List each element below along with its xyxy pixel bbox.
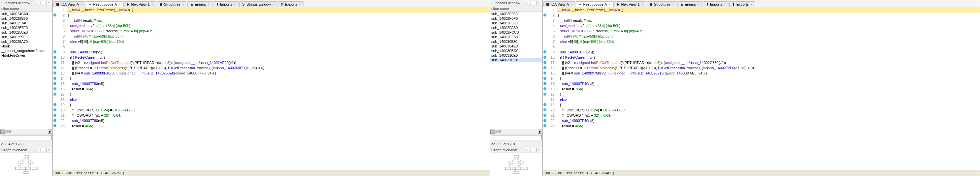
gutter[interactable]: 3 [53,18,67,23]
breakpoint-icon[interactable] [54,56,56,59]
gutter[interactable]: 1 [53,7,67,13]
breakpoint-icon[interactable] [544,119,546,122]
close-icon[interactable]: × [46,148,51,152]
scroll-right-arrow-icon[interactable]: ▶ [48,130,52,134]
code-text[interactable]: __int64 __fastcall PreCreate(__int64 a1) [67,7,490,13]
code-text[interactable]: __int64 result; // rax [67,18,490,23]
code-line[interactable]: 1__int64 __fastcall PreCreate(__int64 a1… [53,7,490,13]
tab-close-icon[interactable]: × [272,3,275,6]
gutter[interactable]: 14 [543,76,557,81]
function-list[interactable]: ction name sub_14002F060sub_14002F0F0sub… [490,6,542,129]
code-text[interactable]: { [557,102,980,108]
code-line[interactable]: 9 sub_140007730(v5); [53,49,490,55]
code-line[interactable]: 4 unsigned int v2; // [rsp+38h] [rbp-50h… [543,23,980,29]
tab-close-icon[interactable]: × [151,3,154,6]
graph-canvas[interactable] [490,153,542,176]
tab-imports[interactable]: ⬇Imports× [703,1,729,7]
code-text[interactable]: *(_DWORD *)(a1 + 24) = -1073741790; [67,108,490,113]
gutter[interactable]: 20 [53,108,67,113]
gutter[interactable]: 11 [543,60,557,65]
gutter[interactable]: 22 [53,118,67,123]
breakpoint-icon[interactable] [54,87,56,90]
breakpoint-icon[interactable] [544,51,546,53]
breakpoint-icon[interactable] [54,124,56,127]
gutter[interactable]: 6 [53,33,67,39]
code-line[interactable]: 19 { [543,102,980,108]
function-row[interactable]: sub_140025740 [0,21,52,25]
breakpoint-icon[interactable] [54,66,56,69]
function-row[interactable]: sub_1400257E0 [0,25,52,30]
code-text[interactable]: unsigned int v2; // [rsp+38h] [rbp-50h] [67,23,490,29]
gutter[interactable]: 10 [543,55,557,60]
tab-imports[interactable]: ⬇Imports× [213,1,239,7]
hscrollbar[interactable]: ◀ ▶ [0,129,52,134]
gutter[interactable]: 9 [53,49,67,55]
gutter[interactable]: 3 [543,18,557,23]
scroll-thumb[interactable] [491,130,501,133]
tab-close-icon[interactable]: × [723,3,727,6]
function-list-header[interactable]: ction name [0,6,52,11]
code-text[interactable]: sub_140007730(v5); [67,49,490,55]
code-line[interactable]: 12 || (Process = IoThreadToProcess(*(PET… [53,65,490,71]
function-row[interactable]: sub_140030BD0 [490,48,542,53]
code-line[interactable]: 1__int64 __fastcall PreCreate(__int64 a1… [543,7,980,13]
gutter[interactable]: 8 [53,44,67,49]
code-text[interactable]: { [67,76,490,81]
breakpoint-icon[interactable] [544,61,546,64]
code-line[interactable]: 10 if ( KeGetCurrentIrql() [543,55,980,60]
function-row[interactable]: sub_14002FCC0 [490,30,542,35]
breakpoint-icon[interactable] [54,93,56,95]
gutter[interactable]: 19 [53,102,67,108]
code-text[interactable]: __int64 __fastcall PreCreate(__int64 a1) [557,7,980,13]
code-line[interactable]: 14 { [543,76,980,81]
code-text[interactable]: { [557,13,980,18]
code-text[interactable]: sub_140007EF0(v5); [557,49,980,55]
function-row[interactable]: HookFileDriver [0,53,52,58]
code-line[interactable]: 5 struct _KPROCESS *Process; // [rsp+40h… [53,29,490,33]
tab-close-icon[interactable]: × [750,3,753,6]
code-line[interactable]: 12 || (Process = IoThreadToProcess(*(PET… [543,65,980,71]
code-line[interactable]: 13 || (v4 = sub_140008F10(v5), !(unsigne… [53,71,490,76]
code-text[interactable]: sub_140007780(v5); [67,81,490,86]
gutter[interactable]: 7 [53,39,67,44]
close-icon[interactable]: × [46,1,51,5]
tab-close-icon[interactable]: × [118,3,121,6]
functions-titlebar[interactable]: Functions window ◻ – × [0,0,52,6]
code-line[interactable]: 2{ [543,13,980,18]
tab-close-icon[interactable]: × [80,3,83,6]
code-text[interactable] [67,44,490,49]
breakpoint-icon[interactable] [544,93,546,95]
scroll-thumb[interactable] [1,130,11,133]
gutter[interactable]: 10 [53,55,67,60]
breakpoint-icon[interactable] [544,103,546,106]
code-line[interactable]: 2{ [53,13,490,18]
function-row[interactable]: sub_1400259F0 [0,35,52,39]
code-text[interactable]: || (Process = IoThreadToProcess(*(PETHRE… [67,65,490,71]
code-text[interactable]: result = 1i64; [557,86,980,92]
gutter[interactable]: 4 [53,23,67,29]
minimize-icon[interactable]: – [531,148,535,152]
minimize-icon[interactable]: – [531,1,535,5]
tab-strip[interactable]: ▦IDA View-A×≡Pseudocode-A×HHex View-1×⊞S… [543,0,980,7]
code-text[interactable]: else [67,97,490,102]
code-text[interactable]: || (v4 = sub_140008F10(v5), !(unsigned _… [67,71,490,76]
gutter[interactable]: 9 [543,49,557,55]
gutter[interactable]: 18 [53,97,67,102]
function-row[interactable]: sub_140031EE0 [490,58,542,62]
breakpoint-icon[interactable] [54,77,56,80]
gutter[interactable]: 15 [543,81,557,86]
code-text[interactable]: char v5[48]; // [rsp+58h] [rbp-30h] [557,39,980,44]
code-line[interactable]: 10 if ( KeGetCurrentIrql() [53,55,490,60]
undock-icon[interactable]: ◻ [525,1,529,5]
gutter[interactable]: 18 [543,97,557,102]
tab-ida-view-a[interactable]: ▦IDA View-A× [544,1,576,7]
tab-close-icon[interactable]: × [570,3,573,6]
code-line[interactable]: 7 char v5[48]; // [rsp+58h] [rbp-30h] [53,39,490,44]
function-row[interactable]: __report_rangecheckfailure [0,48,52,53]
tab-exports[interactable]: ⬆Exports× [729,1,755,7]
code-line[interactable]: 7 char v5[48]; // [rsp+58h] [rbp-30h] [543,39,980,44]
function-row[interactable]: sub_1400304E0 [490,44,542,48]
code-text[interactable]: char v5[48]; // [rsp+58h] [rbp-30h] [67,39,490,44]
code-line[interactable]: 20 *(_DWORD *)(a1 + 24) = -1073741790; [543,108,980,113]
gutter[interactable]: 11 [53,60,67,65]
